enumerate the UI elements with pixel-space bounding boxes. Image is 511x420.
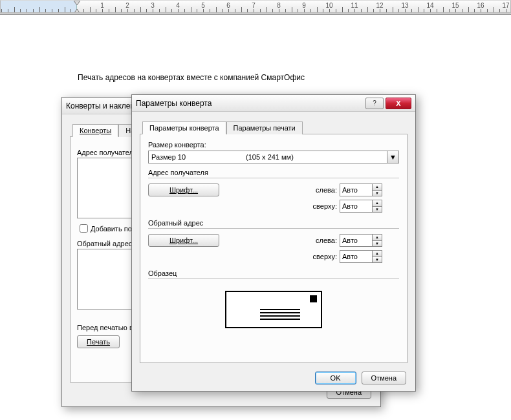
ruler-tick — [317, 7, 318, 12]
ruler-tick-label: 11 — [351, 2, 358, 9]
ruler-tick — [14, 7, 15, 12]
spin-down-icon[interactable]: ▼ — [373, 240, 382, 247]
ruler-tick — [310, 9, 311, 12]
ruler-tick — [45, 9, 46, 12]
return-top-label: сверху: — [306, 253, 337, 260]
ruler-tick — [65, 7, 65, 12]
dialog-title-text-top: Параметры конверта — [136, 99, 212, 108]
ruler-tick-label: 14 — [426, 2, 433, 9]
cancel-button-top[interactable]: Отмена — [362, 372, 406, 384]
recip-left-input[interactable] — [340, 184, 372, 196]
tab-envelopes[interactable]: Конверты — [72, 124, 118, 137]
horizontal-ruler: 1234567891011121314151617 — [0, 0, 511, 13]
ruler-tick — [342, 7, 343, 12]
return-left-spinner[interactable]: ▲▼ — [340, 234, 385, 247]
ruler-tick — [386, 9, 387, 12]
envelope-preview — [148, 291, 399, 328]
ruler-tick — [191, 7, 191, 12]
recip-left-spinner[interactable]: ▲▼ — [340, 184, 385, 196]
ruler-tick — [228, 9, 229, 12]
ruler-tick — [90, 7, 91, 12]
ruler-tick — [418, 7, 419, 12]
return-left-input[interactable] — [340, 234, 372, 247]
ruler-tick — [134, 9, 135, 12]
ruler-tick — [83, 9, 84, 12]
return-font-button[interactable]: Шрифт... — [148, 234, 219, 247]
ruler-tick — [71, 9, 71, 12]
first-line-indent-marker[interactable] — [74, 1, 80, 6]
tab-print-options[interactable]: Параметры печати — [226, 121, 303, 134]
ruler-tick — [443, 7, 444, 12]
ruler-tick — [323, 9, 323, 12]
spin-down-icon[interactable]: ▼ — [373, 190, 382, 196]
ruler-tick — [494, 7, 494, 12]
ruler-tick — [109, 9, 109, 12]
ok-button[interactable]: OK — [315, 372, 356, 384]
spin-down-icon[interactable]: ▼ — [373, 206, 382, 213]
ruler-tick — [197, 9, 197, 12]
dialog-titlebar-top[interactable]: Параметры конверта ? X — [132, 95, 415, 112]
ruler-tick — [393, 7, 393, 12]
print-button[interactable]: Печать — [77, 335, 120, 348]
ruler-tick — [178, 9, 179, 12]
ruler-tick-label: 16 — [477, 2, 484, 9]
ruler-tick — [285, 9, 286, 12]
ruler-tick-label: 5 — [201, 2, 205, 9]
ruler-tick — [298, 9, 298, 12]
envelope-options-dialog: Параметры конверта ? X Параметры конверт… — [131, 94, 416, 392]
spin-up-icon[interactable]: ▲ — [373, 251, 382, 257]
svg-marker-0 — [74, 1, 80, 5]
spin-up-icon[interactable]: ▲ — [373, 235, 382, 240]
ruler-tick — [405, 9, 406, 12]
ruler-tick-label: 3 — [151, 2, 155, 9]
envelope-size-label: Размер конверта: — [148, 141, 399, 149]
ruler-tick — [203, 9, 204, 12]
spin-up-icon[interactable]: ▲ — [373, 200, 382, 206]
ruler-tick — [121, 9, 122, 12]
ruler-tick — [272, 9, 273, 12]
ruler-tick — [279, 9, 279, 12]
ruler-tick — [184, 9, 185, 12]
ruler-tick — [449, 9, 450, 12]
ruler-tick — [140, 7, 141, 12]
return-top-spinner[interactable]: ▲▼ — [340, 250, 385, 263]
add-postal-checkbox[interactable] — [80, 224, 88, 233]
ruler-tick — [487, 9, 488, 12]
dialog-help-button[interactable]: ? — [365, 98, 384, 109]
ruler-tick — [367, 7, 368, 12]
return-top-input[interactable] — [340, 250, 372, 263]
ruler-tick — [411, 9, 412, 12]
ruler-tick — [247, 9, 248, 12]
ruler-tick-label: 6 — [226, 2, 230, 9]
ruler-tick — [361, 9, 362, 12]
ruler-tick — [254, 9, 254, 12]
left-indent-marker[interactable] — [74, 7, 80, 12]
ruler-tick — [336, 9, 336, 12]
spin-down-icon[interactable]: ▼ — [373, 257, 382, 263]
envelope-size-select[interactable]: Размер 10 (105 x 241 мм) ▼ — [148, 151, 399, 163]
ruler-tick — [266, 7, 267, 12]
ruler-tick — [146, 9, 147, 12]
ruler-tick-label: 12 — [376, 2, 383, 9]
ruler-tick — [127, 9, 128, 12]
ruler-tick — [8, 9, 8, 12]
tab-envelope-options[interactable]: Параметры конверта — [142, 121, 226, 134]
preview-label: Образец — [148, 269, 399, 277]
ruler-tick-label: 7 — [252, 2, 256, 9]
recip-top-spinner[interactable]: ▲▼ — [340, 200, 385, 213]
recipient-font-button[interactable]: Шрифт... — [148, 184, 219, 196]
ruler-tick — [39, 7, 40, 12]
ruler-tick — [166, 7, 166, 12]
ruler-tick — [373, 9, 374, 12]
ruler-tick — [222, 9, 223, 12]
ruler-tick — [20, 9, 21, 12]
ruler-tick — [102, 9, 103, 12]
ruler-tick — [292, 7, 292, 12]
ruler-tick — [380, 9, 380, 12]
recip-top-input[interactable] — [340, 200, 372, 213]
ruler-tick — [481, 9, 481, 12]
spin-up-icon[interactable]: ▲ — [373, 184, 382, 190]
top-tabs: Параметры конверта Параметры печати — [140, 118, 408, 134]
ruler-tick — [437, 9, 437, 12]
dialog-close-button[interactable]: X — [386, 98, 411, 109]
